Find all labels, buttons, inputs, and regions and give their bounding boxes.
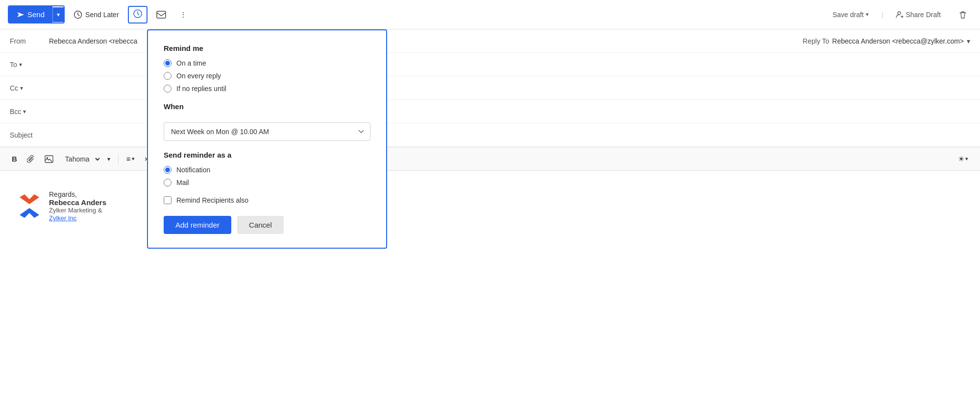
send-button[interactable]: Send xyxy=(9,6,52,23)
if-no-replies-option[interactable]: If no replies until xyxy=(164,85,370,93)
toolbar-right: Save draft ▾ | Share Draft xyxy=(828,7,972,22)
image-icon xyxy=(45,155,53,163)
more-icon: ⋮ xyxy=(180,11,187,19)
reminder-icon xyxy=(133,9,143,19)
save-draft-label: Save draft xyxy=(833,11,864,19)
signature-text: Regards, Rebecca Anders Zylker Marketing… xyxy=(49,190,106,222)
if-no-replies-label: If no replies until xyxy=(176,85,226,93)
trash-icon xyxy=(958,10,967,19)
mail-label: Mail xyxy=(176,179,189,187)
when-title: When xyxy=(164,102,370,111)
bcc-chevron[interactable]: ▾ xyxy=(23,108,26,115)
share-draft-label: Share Draft xyxy=(906,11,941,19)
format-sep-1 xyxy=(118,154,119,164)
send-reminder-section: Send reminder as a Notification Mail xyxy=(164,151,370,187)
svg-point-3 xyxy=(898,12,901,15)
cancel-button[interactable]: Cancel xyxy=(237,216,284,234)
insert-image-button[interactable] xyxy=(41,153,57,165)
send-button-group: Send ▾ xyxy=(8,5,65,23)
reminder-button[interactable] xyxy=(128,6,147,23)
font-size-chevron[interactable]: ▾ xyxy=(103,154,114,164)
remind-recipients-label: Remind Recipients also xyxy=(176,196,248,204)
send-label: Send xyxy=(27,10,45,19)
when-dropdown[interactable]: Next Week on Mon @ 10.00 AM Tomorrow @ 8… xyxy=(164,122,370,141)
envelope-icon xyxy=(156,11,166,19)
save-draft-button[interactable]: Save draft ▾ xyxy=(828,8,874,22)
bold-icon: B xyxy=(12,155,17,163)
mail-radio[interactable] xyxy=(164,179,172,187)
paperclip-icon xyxy=(27,155,35,163)
on-a-time-label: On a time xyxy=(176,59,206,67)
on-a-time-option[interactable]: On a time xyxy=(164,59,370,67)
on-every-reply-radio[interactable] xyxy=(164,72,172,80)
cc-label: Cc ▾ xyxy=(10,84,49,92)
send-reminder-title: Send reminder as a xyxy=(164,151,370,159)
reply-to-section: Reply To Rebecca Anderson <rebecca@zylke… xyxy=(803,37,970,45)
svg-rect-2 xyxy=(157,11,166,18)
attach-button[interactable] xyxy=(23,153,39,165)
delete-button[interactable] xyxy=(954,7,972,22)
chevron-down-icon: ▾ xyxy=(57,11,60,18)
mail-option[interactable]: Mail xyxy=(164,179,370,187)
on-every-reply-label: On every reply xyxy=(176,72,221,80)
if-no-replies-radio[interactable] xyxy=(164,85,172,93)
remind-recipients-option[interactable]: Remind Recipients also xyxy=(164,196,370,204)
on-every-reply-option[interactable]: On every reply xyxy=(164,72,370,80)
bold-button[interactable]: B xyxy=(8,153,21,165)
toolbar-divider-1: | xyxy=(882,11,883,19)
from-label: From xyxy=(10,37,49,45)
cc-chevron[interactable]: ▾ xyxy=(20,85,23,92)
more-options-button[interactable]: ⋮ xyxy=(175,8,192,22)
save-draft-chevron: ▾ xyxy=(866,11,869,18)
envelope-button[interactable] xyxy=(151,8,171,22)
to-label: To ▾ xyxy=(10,61,49,69)
subject-label: Subject xyxy=(10,131,49,139)
bcc-label: Bcc ▾ xyxy=(10,108,49,116)
brightness-button[interactable]: ☀ ▾ xyxy=(954,153,972,165)
reply-to-label: Reply To xyxy=(803,37,829,45)
user-add-icon xyxy=(896,11,904,19)
remind-me-title: Remind me xyxy=(164,44,370,52)
reply-to-chevron[interactable]: ▾ xyxy=(967,37,970,45)
company-logo xyxy=(16,192,43,220)
brightness-chevron: ▾ xyxy=(965,156,968,162)
when-section: When Next Week on Mon @ 10.00 AM Tomorro… xyxy=(164,102,370,141)
align-chevron: ▾ xyxy=(132,156,135,162)
to-chevron[interactable]: ▾ xyxy=(19,61,22,68)
sig-link[interactable]: Zylker Inc xyxy=(49,214,76,222)
notification-label: Notification xyxy=(176,166,210,174)
send-later-label: Send Later xyxy=(85,11,119,19)
share-draft-button[interactable]: Share Draft xyxy=(891,8,946,22)
svg-point-5 xyxy=(47,157,48,159)
sig-company: Zylker Marketing & xyxy=(49,207,106,214)
notification-option[interactable]: Notification xyxy=(164,166,370,174)
add-reminder-button[interactable]: Add reminder xyxy=(164,216,231,234)
brightness-icon: ☀ xyxy=(958,155,964,163)
clock-icon xyxy=(74,10,82,19)
reminder-popup: Remind me On a time On every reply If no… xyxy=(147,29,387,249)
remind-recipients-checkbox[interactable] xyxy=(164,196,172,204)
reply-to-value: Rebecca Anderson <rebecca@zylker.com> xyxy=(832,37,964,45)
popup-actions: Add reminder Cancel xyxy=(164,216,370,234)
font-select[interactable]: Tahoma xyxy=(59,153,101,165)
send-dropdown-button[interactable]: ▾ xyxy=(52,7,64,22)
align-button[interactable]: ≡ ▾ xyxy=(122,153,139,165)
notification-radio[interactable] xyxy=(164,166,172,174)
on-a-time-radio[interactable] xyxy=(164,59,172,67)
align-icon: ≡ xyxy=(126,155,131,163)
toolbar: Send ▾ Send Later ⋮ Save draft ▾ | xyxy=(0,0,980,29)
send-icon xyxy=(17,11,24,19)
sig-name: Rebecca Anders xyxy=(49,198,106,207)
send-later-button[interactable]: Send Later xyxy=(69,7,124,22)
regards-text: Regards, xyxy=(49,190,106,198)
